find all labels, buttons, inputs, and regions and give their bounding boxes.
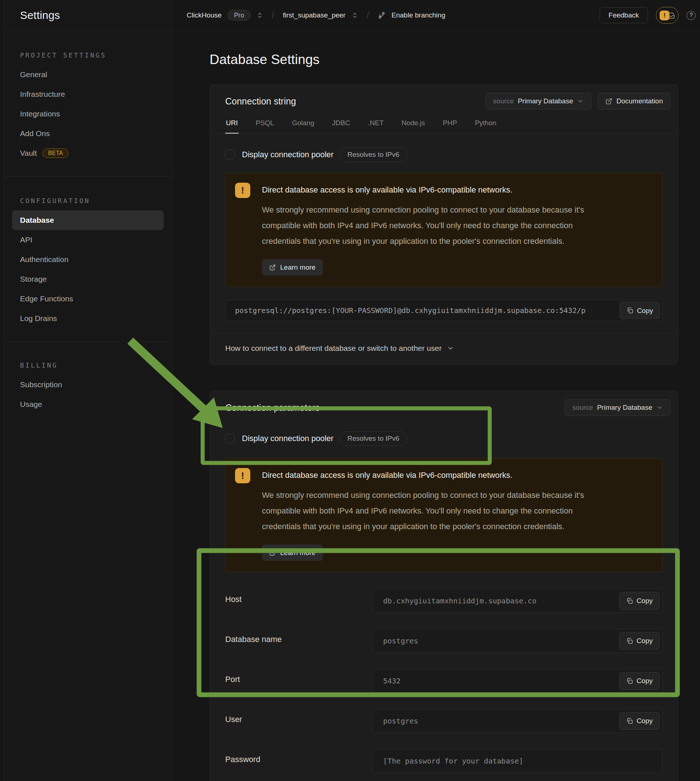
connection-parameter-fields: Host db.cxhygiuitamxhniiddjm.supabase.co… xyxy=(225,589,663,781)
chevrons-up-down-icon[interactable] xyxy=(352,12,358,19)
display-connection-pooler-checkbox[interactable] xyxy=(225,150,235,159)
tab-php[interactable]: PHP xyxy=(442,115,458,134)
app-window: Settings PROJECT SETTINGS General Infras… xyxy=(0,0,700,781)
connection-uri-value: postgresql://postgres:[YOUR-PASSWORD]@db… xyxy=(235,306,585,315)
breadcrumb-org[interactable]: ClickHouse xyxy=(187,11,222,19)
tab-python[interactable]: Python xyxy=(474,115,497,134)
sidebar-item-log-drains[interactable]: Log Drains xyxy=(12,309,164,328)
sidebar-item-subscription[interactable]: Subscription xyxy=(12,375,164,394)
sidebar-divider xyxy=(4,176,172,177)
main-content: Database Settings Connection string sour… xyxy=(172,31,700,781)
ipv6-warning-callout: ! Direct database access is only availab… xyxy=(225,173,663,287)
sidebar-item-api[interactable]: API xyxy=(12,230,164,250)
tab-dotnet[interactable]: .NET xyxy=(367,115,384,134)
connection-uri-field[interactable]: postgresql://postgres:[YOUR-PASSWORD]@db… xyxy=(225,300,663,321)
connect-help-collapsible[interactable]: How to connect to a different database o… xyxy=(210,333,678,364)
plan-badge: Pro xyxy=(227,10,251,21)
section-header-project-settings: PROJECT SETTINGS xyxy=(20,51,172,59)
section-header-configuration: CONFIGURATION xyxy=(20,197,172,205)
help-button[interactable]: ? xyxy=(687,11,696,20)
copy-icon xyxy=(627,307,633,314)
password-field[interactable]: [The password for your database] xyxy=(373,749,663,773)
breadcrumb: ClickHouse Pro / first_supabase_peer / E… xyxy=(187,10,445,21)
copy-icon xyxy=(626,717,633,724)
connection-string-actions: source Primary Database Documentation xyxy=(485,93,670,110)
alert-icon: ! xyxy=(235,183,250,198)
warning-title: Direct database access is only available… xyxy=(262,471,613,480)
warning-title: Direct database access is only available… xyxy=(262,185,613,195)
sidebar-item-infrastructure[interactable]: Infrastructure xyxy=(12,84,164,104)
source-select[interactable]: source Primary Database xyxy=(485,93,591,110)
connection-parameters-card: Connection parameters source Primary Dat… xyxy=(210,391,678,781)
sidebar-item-edge-functions[interactable]: Edge Functions xyxy=(12,289,164,309)
section-header-billing: BILLING xyxy=(20,361,172,369)
chevron-down-icon xyxy=(577,98,583,104)
password-row: Password [The password for your database… xyxy=(225,749,663,773)
top-header: ClickHouse Pro / first_supabase_peer / E… xyxy=(172,0,700,31)
left-edge-strip xyxy=(0,0,4,781)
sidebar-header: Settings xyxy=(4,0,172,31)
sidebar-nav: PROJECT SETTINGS General Infrastructure … xyxy=(4,51,172,414)
host-row: Host db.cxhygiuitamxhniiddjm.supabase.co… xyxy=(225,589,663,612)
chevron-down-icon xyxy=(656,404,663,411)
ipv6-warning-callout: ! Direct database access is only availab… xyxy=(225,458,663,572)
host-field[interactable]: db.cxhygiuitamxhniiddjm.supabase.co Copy xyxy=(373,589,663,612)
learn-more-button[interactable]: Learn more xyxy=(262,259,323,275)
sidebar-item-general[interactable]: General xyxy=(12,65,164,84)
chevrons-up-down-icon[interactable] xyxy=(257,12,263,19)
port-label: Port xyxy=(225,669,373,693)
warning-body: We strongly recommend using connection p… xyxy=(262,487,613,534)
copy-user-button[interactable]: Copy xyxy=(619,712,660,730)
feedback-button[interactable]: Feedback xyxy=(600,7,648,23)
connection-parameters-title: Connection parameters xyxy=(225,402,320,413)
sidebar-item-usage[interactable]: Usage xyxy=(12,394,164,414)
user-label: User xyxy=(225,709,373,733)
sidebar-item-storage[interactable]: Storage xyxy=(12,269,164,289)
notifications-button[interactable]: ! xyxy=(656,7,678,23)
port-row: Port 5432 Copy xyxy=(225,669,663,693)
tab-uri[interactable]: URI xyxy=(225,115,239,134)
tab-nodejs[interactable]: Node.js xyxy=(401,115,426,134)
enable-branching-button[interactable]: Enable branching xyxy=(392,11,445,19)
sidebar-item-add-ons[interactable]: Add Ons xyxy=(12,124,164,144)
warning-body: We strongly recommend using connection p… xyxy=(262,202,613,249)
copy-port-button[interactable]: Copy xyxy=(619,672,660,690)
external-link-icon xyxy=(269,264,276,271)
copy-host-button[interactable]: Copy xyxy=(619,592,660,609)
external-link-icon xyxy=(605,98,612,105)
host-label: Host xyxy=(225,589,373,612)
sidebar-item-integrations[interactable]: Integrations xyxy=(12,104,164,124)
user-row: User postgres Copy xyxy=(225,709,663,733)
tab-golang[interactable]: Golang xyxy=(291,115,315,134)
git-branch-icon xyxy=(378,11,386,19)
tab-jdbc[interactable]: JDBC xyxy=(332,115,351,134)
connection-parameters-header: Connection parameters source Primary Dat… xyxy=(210,391,678,416)
sidebar-item-vault[interactable]: Vault BETA xyxy=(12,144,164,163)
port-field[interactable]: 5432 Copy xyxy=(373,669,663,693)
external-link-icon xyxy=(269,549,276,556)
pooler-label: Display connection pooler xyxy=(242,150,333,159)
copy-uri-button[interactable]: Copy xyxy=(620,302,660,319)
settings-sidebar: Settings PROJECT SETTINGS General Infras… xyxy=(4,0,172,781)
tab-psql[interactable]: PSQL xyxy=(255,115,275,134)
sidebar-title: Settings xyxy=(20,9,60,22)
copy-database-name-button[interactable]: Copy xyxy=(619,632,660,650)
sidebar-divider xyxy=(4,341,172,342)
connection-string-tabs: URI PSQL Golang JDBC .NET Node.js PHP Py… xyxy=(210,115,678,134)
breadcrumb-project[interactable]: first_supabase_peer xyxy=(283,11,346,19)
database-name-row: Database name postgres Copy xyxy=(225,629,663,653)
database-name-field[interactable]: postgres Copy xyxy=(373,629,663,653)
source-select[interactable]: source Primary Database xyxy=(565,399,670,416)
breadcrumb-separator: / xyxy=(272,10,274,20)
learn-more-button[interactable]: Learn more xyxy=(262,544,323,561)
sidebar-item-authentication[interactable]: Authentication xyxy=(12,250,164,269)
password-label: Password xyxy=(225,749,373,773)
documentation-button[interactable]: Documentation xyxy=(598,93,670,110)
warning-badge-icon: ! xyxy=(660,10,670,20)
page-title: Database Settings xyxy=(210,52,700,67)
resolves-to-ipv6-badge: Resolves to IPv6 xyxy=(340,147,407,162)
display-connection-pooler-checkbox[interactable] xyxy=(225,434,235,443)
sidebar-item-database[interactable]: Database xyxy=(12,210,164,230)
database-name-label: Database name xyxy=(225,629,373,653)
user-field[interactable]: postgres Copy xyxy=(373,709,663,733)
